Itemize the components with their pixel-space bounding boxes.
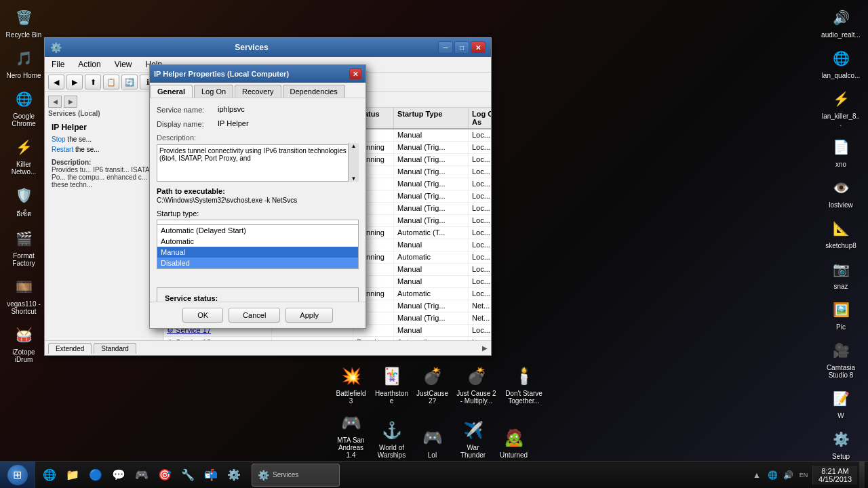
warthunder-icon[interactable]: ✈️ War Thunder <box>454 416 492 461</box>
taskbar-running-apps: ⚙️ Services <box>248 464 747 487</box>
hearthstone-icon[interactable]: 🃏 Hearthstone <box>373 362 410 407</box>
desc-scroll-up[interactable]: ▲ <box>349 143 359 149</box>
mta-icon[interactable]: 🎮 MTA San Andreas 1.4 <box>332 409 370 461</box>
bf3-icon[interactable]: 💥 Battlefield 3 <box>332 362 370 407</box>
tray-volume[interactable]: 🔊 <box>781 468 795 482</box>
close-button[interactable]: ✕ <box>471 41 486 54</box>
minimize-button[interactable]: ─ <box>438 41 453 54</box>
tray-network[interactable]: 🌐 <box>766 468 779 482</box>
recycle-bin-icon[interactable]: 🗑️ Recycle Bin <box>2 3 45 41</box>
th-logon[interactable]: Log On As <box>469 108 491 128</box>
lan-qualcomm-icon[interactable]: 🌐 lan_qualco... <box>819 44 863 81</box>
chrome-icon[interactable]: 🌐 Google Chrome <box>2 85 45 129</box>
dropdown-item-manual[interactable]: Manual <box>157 247 358 258</box>
menu-file[interactable]: File <box>45 58 71 70</box>
killer-network-icon[interactable]: ⚡ Killer Netwo... <box>2 133 45 178</box>
taskbar-steam-icon[interactable]: 🎮 <box>131 464 153 486</box>
statusbar-arrow[interactable]: ▶ <box>482 344 488 352</box>
taskbar-btn5-icon[interactable]: 🎯 <box>154 464 176 486</box>
tab-general[interactable]: General <box>150 85 193 98</box>
tab-extended[interactable]: Extended <box>48 343 92 354</box>
vegas-icon[interactable]: 🎞️ vegas110 - Shortcut <box>2 272 45 317</box>
sidebar-back[interactable]: ◀ <box>48 96 62 108</box>
word-icon[interactable]: 📝 W <box>819 384 863 422</box>
show-desktop-button[interactable] <box>859 462 865 489</box>
service-status-group: Service status: Running Start Stop Pause… <box>157 287 359 302</box>
dialog-tabs: General Log On Recovery Dependencies <box>150 83 366 98</box>
services-titlebar: ⚙️ Services ─ □ ✕ <box>45 38 491 57</box>
tab-standard[interactable]: Standard <box>94 343 136 354</box>
restart-link[interactable]: Restart <box>52 146 73 153</box>
maximize-button[interactable]: □ <box>454 41 469 54</box>
audio-realtek-icon[interactable]: 🔊 audio_realt... <box>819 3 863 41</box>
taskbar-skype-icon[interactable]: 💬 <box>108 464 130 486</box>
tray-arrow[interactable]: ▲ <box>750 468 764 482</box>
lostview-icon[interactable]: 👁️ lostview <box>819 174 863 211</box>
sidebar-forward[interactable]: ▶ <box>64 96 77 108</box>
ip-helper-description: Description: Provides tu... IP6 transit.… <box>52 159 156 188</box>
desc-scroll-down[interactable]: ▼ <box>349 176 359 182</box>
chrome-img: 🌐 <box>12 87 36 111</box>
nero-home-icon[interactable]: 🎵 Nero Home <box>2 44 45 81</box>
ip-helper-heading: IP Helper <box>52 123 156 132</box>
justcause2m-icon[interactable]: 💣 Just Cause 2 - Multiply... <box>454 362 498 407</box>
start-button[interactable]: ⊞ <box>0 462 35 489</box>
format-factory-label: Format Factory <box>4 252 43 267</box>
vegas-img: 🎞️ <box>12 274 36 299</box>
pic-icon[interactable]: 🖼️ Pic <box>819 296 863 333</box>
up-button[interactable]: ⬆ <box>85 75 101 89</box>
description-label: Description: <box>157 134 196 142</box>
dialog-titlebar: IP Helper Properties (Local Computer) ✕ <box>150 65 366 83</box>
snaz-icon[interactable]: 📷 snaz <box>819 255 863 292</box>
taskbar-chrome-icon[interactable]: 🔵 <box>85 464 106 486</box>
dontstarve-icon[interactable]: 🕯️ Don't Starve Together... <box>502 362 546 407</box>
desktop: 🗑️ Recycle Bin 🎵 Nero Home 🌐 Google Chro… <box>0 0 868 488</box>
format-factory-icon[interactable]: 🎬 Format Factory <box>2 224 45 269</box>
ok-button[interactable]: OK <box>182 308 223 323</box>
services-statusbar: Extended Standard ▶ <box>45 340 491 355</box>
start-orb: ⊞ <box>7 465 28 485</box>
taskbar-ie-icon[interactable]: 🌐 <box>39 464 60 486</box>
services-app-icon: ⚙️ <box>258 470 269 481</box>
lan-killer-icon[interactable]: ⚡ lan_killer_8... <box>819 85 863 129</box>
taskbar-btn8-icon[interactable]: ⚙️ <box>223 464 245 486</box>
eset-icon[interactable]: 🛡️ อีเซ็ต <box>2 181 45 221</box>
ip-helper-dialog: IP Helper Properties (Local Computer) ✕ … <box>149 64 366 329</box>
menu-action[interactable]: Action <box>71 58 107 70</box>
tab-dependencies[interactable]: Dependencies <box>283 85 345 98</box>
killer-network-label: Killer Netwo... <box>4 161 43 176</box>
camtasia-icon[interactable]: 🎥 Camtasia Studio 8 <box>819 336 863 381</box>
taskbar-folder-icon[interactable]: 📁 <box>62 464 83 486</box>
taskbar-ccleaner-icon[interactable]: 🔧 <box>177 464 199 486</box>
th-startup[interactable]: Startup Type <box>394 108 469 128</box>
tray-lang[interactable]: EN <box>797 468 810 482</box>
unturned-icon[interactable]: 🧟 Unturned <box>495 424 532 461</box>
system-clock[interactable]: 8:21 AM 4/15/2013 <box>812 466 857 485</box>
lol-icon[interactable]: 🎮 Lol <box>414 424 451 461</box>
refresh-button[interactable]: 🔄 <box>121 75 138 89</box>
dropdown-item-auto[interactable]: Automatic <box>157 236 358 247</box>
dropdown-item-disabled[interactable]: Disabled <box>157 258 358 268</box>
apply-button[interactable]: Apply <box>285 308 333 323</box>
chrome-label: Google Chrome <box>4 113 43 127</box>
menu-view[interactable]: View <box>108 58 139 70</box>
path-value: C:\Windows\System32\svchost.exe -k NetSv… <box>157 197 359 204</box>
warships-icon[interactable]: ⚓ World of Warships <box>373 416 410 461</box>
taskbar-app-services[interactable]: ⚙️ Services <box>252 464 340 487</box>
dialog-close-button[interactable]: ✕ <box>349 68 361 79</box>
format-factory-img: 🎬 <box>12 226 36 251</box>
tab-logon[interactable]: Log On <box>194 85 233 98</box>
tab-recovery[interactable]: Recovery <box>235 85 281 98</box>
setup-icon[interactable]: ⚙️ Setup <box>819 425 863 462</box>
forward-button[interactable]: ▶ <box>66 75 83 89</box>
back-button[interactable]: ◀ <box>48 75 64 89</box>
stop-link[interactable]: Stop <box>52 136 66 143</box>
show-hide-button[interactable]: 📋 <box>103 75 119 89</box>
taskbar-btn7-icon[interactable]: 📬 <box>200 464 222 486</box>
cancel-button[interactable]: Cancel <box>229 308 280 323</box>
dropdown-item-auto-delayed[interactable]: Automatic (Delayed Start) <box>157 225 358 236</box>
justcause2-icon[interactable]: 💣 JustCause2? <box>414 362 451 407</box>
xno-icon[interactable]: 📄 xno <box>819 133 863 170</box>
izotope-icon[interactable]: 🥁 iZotope iDrum <box>2 321 45 365</box>
sketchup-icon[interactable]: 📐 sketchup8 <box>819 214 863 251</box>
